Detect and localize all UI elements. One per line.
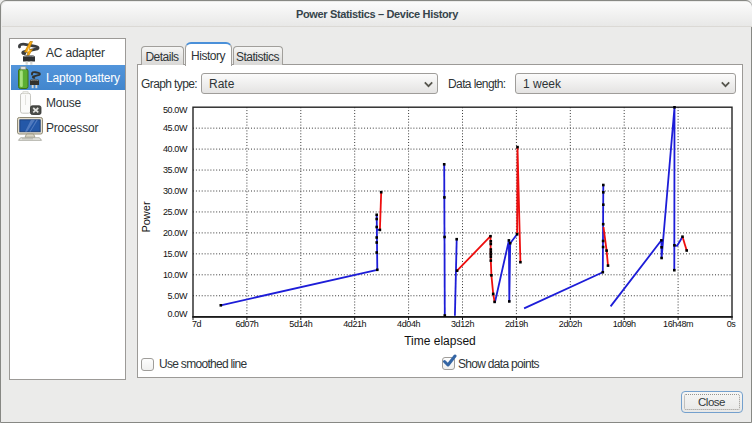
svg-text:15.0W: 15.0W bbox=[163, 249, 188, 259]
svg-text:20.0W: 20.0W bbox=[163, 228, 188, 238]
svg-text:Power: Power bbox=[140, 201, 152, 233]
svg-text:50.0W: 50.0W bbox=[163, 105, 188, 115]
svg-text:16h48m: 16h48m bbox=[663, 319, 693, 329]
svg-text:2d19h: 2d19h bbox=[505, 319, 528, 329]
svg-text:10.0W: 10.0W bbox=[163, 270, 188, 280]
svg-text:35.0W: 35.0W bbox=[163, 165, 188, 175]
svg-text:7d: 7d bbox=[192, 319, 202, 329]
svg-text:3d12h: 3d12h bbox=[451, 319, 474, 329]
svg-text:1d09h: 1d09h bbox=[613, 319, 636, 329]
svg-text:2d02h: 2d02h bbox=[559, 319, 582, 329]
svg-text:45.0W: 45.0W bbox=[163, 123, 188, 133]
svg-text:6d07h: 6d07h bbox=[235, 319, 258, 329]
svg-text:0s: 0s bbox=[727, 319, 737, 329]
svg-text:40.0W: 40.0W bbox=[163, 144, 188, 154]
svg-text:Time elapsed: Time elapsed bbox=[404, 334, 476, 348]
svg-text:4d21h: 4d21h bbox=[343, 319, 366, 329]
svg-text:0.0W: 0.0W bbox=[168, 309, 188, 319]
svg-text:5.0W: 5.0W bbox=[168, 291, 188, 301]
svg-text:5d14h: 5d14h bbox=[289, 319, 312, 329]
svg-text:4d04h: 4d04h bbox=[397, 319, 420, 329]
svg-text:30.0W: 30.0W bbox=[163, 186, 188, 196]
svg-text:25.0W: 25.0W bbox=[163, 207, 188, 217]
